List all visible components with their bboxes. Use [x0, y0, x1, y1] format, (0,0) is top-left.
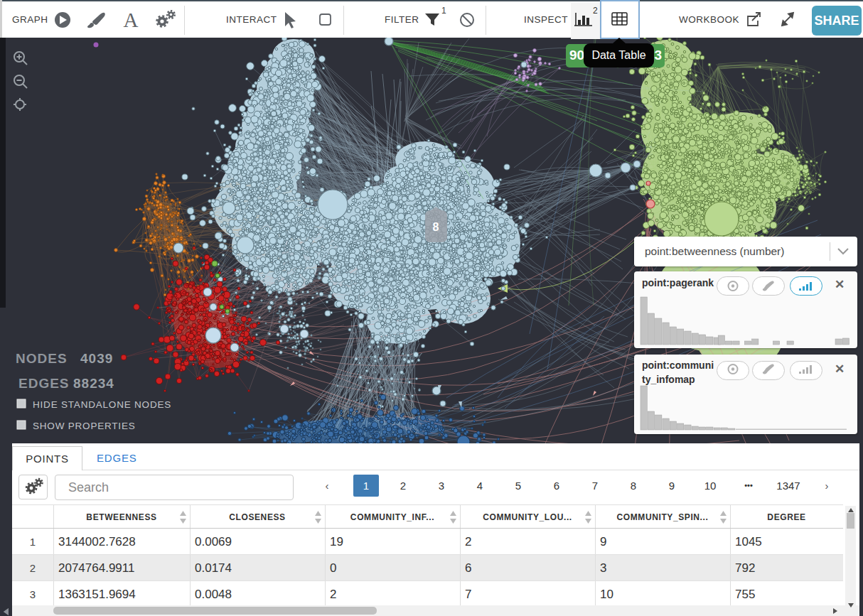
svg-text:EDGES: EDGES	[18, 376, 70, 391]
svg-text:HIDE STANDALONE NODES: HIDE STANDALONE NODES	[33, 399, 171, 410]
svg-text:NODES: NODES	[16, 351, 68, 366]
svg-text:4039: 4039	[80, 351, 113, 366]
svg-text:SHOW PROPERTIES: SHOW PROPERTIES	[33, 421, 136, 431]
svg-text:1: 1	[441, 6, 446, 16]
svg-text:2: 2	[593, 6, 598, 16]
svg-text:A: A	[124, 9, 139, 31]
svg-text:8: 8	[433, 221, 439, 233]
svg-text:88234: 88234	[73, 376, 114, 391]
